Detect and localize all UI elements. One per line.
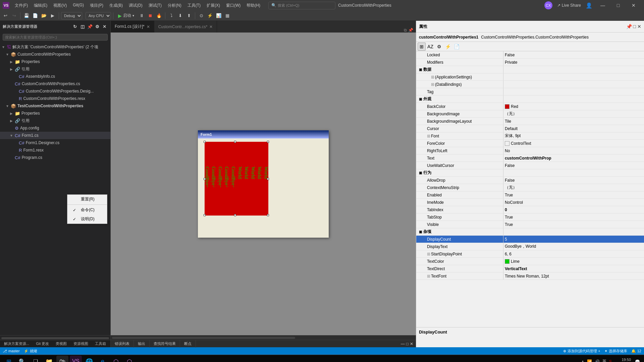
prop-row-allowdrop[interactable]: AllowDrop False (416, 177, 644, 184)
tree-item-solution[interactable]: ▼ 🏗 解决方案 'CustomControlWithProperties' (… (0, 43, 110, 51)
menu-help[interactable]: 帮助(H) (244, 1, 263, 10)
menu-window[interactable]: 窗口(W) (223, 1, 243, 10)
close-button[interactable]: ✕ (626, 0, 641, 11)
panel-minimize-icon[interactable]: — (401, 342, 405, 346)
tab-filter-icon[interactable]: ⧉ (404, 28, 407, 33)
tray-speaker-icon[interactable]: 🔊 (595, 359, 600, 362)
prop-row-displaycount[interactable]: DisplayCount 5 (416, 236, 644, 243)
sidebar-close-icon[interactable]: ✕ (102, 24, 108, 30)
panel-close-icon[interactable]: ✕ (410, 342, 413, 346)
prop-row-startdisplaypoint[interactable]: ⊞StartDisplayPoint 6, 6 (416, 250, 644, 258)
step-over-btn[interactable]: ⤵ (167, 12, 175, 20)
file-btn[interactable]: 📄 (31, 12, 39, 20)
tree-item-form1[interactable]: ▼ C# Form1.cs (0, 132, 110, 139)
prop-row-enabled[interactable]: Enabled True (416, 191, 644, 199)
hot-reload-btn[interactable]: 🔥 (155, 12, 163, 20)
tree-item-refs2[interactable]: ▶ 🔗 引用 (0, 117, 110, 124)
tray-up-icon[interactable]: ∧ (581, 359, 584, 362)
taskbar-purple1[interactable]: ⬡ (110, 356, 122, 362)
menu-test[interactable]: 测试(T) (146, 1, 164, 10)
cat-misc[interactable]: ▣杂项 (416, 228, 644, 236)
prop-row-contextmenu[interactable]: ContextMenuStrip （无） (416, 184, 644, 191)
props-category-btn[interactable]: ⊞ (418, 43, 426, 51)
run-btn[interactable]: ▶ (49, 12, 57, 20)
prop-row-databindings[interactable]: ⊞(DataBindings) (416, 81, 644, 88)
ctx-item-command[interactable]: ✓ 命令(C) (67, 205, 107, 215)
menu-edit[interactable]: 编辑(E) (31, 1, 50, 10)
prop-row-textdirect[interactable]: TextDirect VerticalText (416, 265, 644, 273)
tab-breakpoints[interactable]: 断点 (180, 340, 196, 348)
tab-close-form1[interactable]: ✕ (147, 24, 150, 29)
props-pages-btn[interactable]: 📄 (452, 43, 461, 51)
menu-view[interactable]: 视图(V) (51, 1, 69, 10)
prop-row-bgimage[interactable]: BackgroundImage （无） (416, 110, 644, 118)
props-props-btn[interactable]: ⚙ (435, 43, 443, 51)
restore-button[interactable]: □ (610, 0, 626, 11)
prop-row-usewaitcursor[interactable]: UseWaitCursor False (416, 162, 644, 169)
taskbar-taskview[interactable]: ❑ (30, 356, 42, 362)
sidebar-search-input[interactable] (3, 34, 108, 41)
sidebar-tab-toolbox[interactable]: 工具箱 (94, 341, 107, 347)
props-expand-icon[interactable]: □ (633, 24, 636, 29)
tab-errors[interactable]: 错误列表 (111, 340, 134, 348)
cpu-select[interactable]: Any CPU (86, 12, 111, 19)
undo-btn[interactable]: ↩ (1, 12, 9, 20)
prop-row-font[interactable]: ⊞Font 宋体, 9pt (416, 132, 644, 140)
menu-tools[interactable]: 工具(T) (185, 1, 203, 10)
prop-row-cursor[interactable]: Cursor Default (416, 125, 644, 132)
taskbar-chrome[interactable]: 🌐 (83, 356, 95, 362)
prop-row-tabstop[interactable]: TabStop True (416, 214, 644, 221)
perf-btn[interactable]: 📊 (215, 12, 223, 20)
cat-data[interactable]: ▣数据 (416, 66, 644, 73)
panel-maximize-icon[interactable]: □ (406, 342, 409, 346)
start-button[interactable]: ▶ 启动 ▾ (115, 12, 137, 19)
step-out-btn[interactable]: ⬆ (185, 12, 193, 20)
tree-item-props2[interactable]: ▶ 📁 Properties (0, 110, 110, 117)
prop-row-locked[interactable]: Locked False (416, 51, 644, 59)
tree-item-customctrl-designer[interactable]: C# CustomControlWithProperties.Desig... (0, 87, 110, 95)
tree-item-form1-designer[interactable]: C# Form1.Designer.cs (0, 139, 110, 146)
menu-analyze[interactable]: 分析(N) (165, 1, 184, 10)
save-all-btn[interactable]: 💾 (22, 12, 31, 20)
taskbar-store[interactable]: 🛍 (56, 356, 68, 362)
status-ready[interactable]: ⚡ 就绪 (24, 349, 37, 354)
prop-row-textfont[interactable]: ⊞TextFont Times New Roman, 12pt (416, 273, 644, 280)
sidebar-pin-icon[interactable]: 📌 (87, 24, 93, 30)
tree-item-form1-resx[interactable]: R Form1.resx (0, 146, 110, 154)
stop-btn[interactable]: ⏹ (146, 12, 154, 20)
props-alpha-btn[interactable]: AZ (426, 43, 434, 51)
menu-build[interactable]: 生成(B) (107, 1, 125, 10)
sidebar-tab-git[interactable]: Git 更改 (35, 341, 50, 347)
tab-close-customctrl[interactable]: ✕ (209, 24, 213, 29)
live-share-button[interactable]: ↗ Live Share (554, 2, 584, 9)
prop-row-displaytext[interactable]: DisplayText GoodBye，World (416, 243, 644, 250)
prop-row-tabindex[interactable]: TabIndex 0 (416, 206, 644, 214)
search-box[interactable]: 🔍 搜索 (Ctrl+Q) (268, 2, 335, 9)
tree-item-appconfig[interactable]: ⚙ App.config (0, 124, 110, 132)
tab-find-symbol[interactable]: 查找符号结果 (150, 340, 180, 348)
prop-row-righttoleft[interactable]: RightToLeft No (416, 147, 644, 155)
cat-appearance[interactable]: ▣外观 (416, 96, 644, 103)
tab-form1-design[interactable]: Form1.cs [设计]* ✕ (111, 21, 154, 33)
prop-row-backcolor[interactable]: BackColor Red (416, 103, 644, 110)
tree-item-customctrl[interactable]: C# CustomControlWithProperties.cs (0, 80, 110, 87)
pause-btn[interactable]: ⏸ (138, 12, 146, 20)
custom-control[interactable]: GoodBye， GoodBye， GoodBye， GoodBye， Good… (205, 142, 268, 216)
tab-customctrl[interactable]: CustomContr...roperties.cs* ✕ (154, 21, 217, 33)
prop-row-tag[interactable]: Tag (416, 88, 644, 96)
exception-btn[interactable]: ⚡ (206, 12, 214, 20)
status-branch[interactable]: ⎇ master (3, 349, 20, 353)
tray-antivirus-icon[interactable]: S (609, 359, 612, 362)
user-avatar[interactable]: CX (544, 1, 552, 9)
editor-scrollbar[interactable] (111, 335, 416, 340)
form-designer[interactable]: Form1 GoodBye， GoodBye， GoodBye， GoodBye… (198, 130, 329, 238)
props-events-btn[interactable]: ⚡ (444, 43, 452, 51)
status-notification[interactable]: 🔔 12 (631, 349, 641, 353)
redo-btn[interactable]: ↪ (10, 12, 18, 20)
sidebar-tab-class[interactable]: 类视图 (54, 341, 68, 347)
prop-row-text[interactable]: Text customControlWithProp (416, 155, 644, 162)
prop-row-bgimagelayout[interactable]: BackgroundImageLayout Tile (416, 118, 644, 125)
notification-center-icon[interactable]: 💬 (634, 359, 641, 362)
ctx-item-desc[interactable]: ✓ 说明(D) (67, 215, 107, 224)
sidebar-collapse-icon[interactable]: ◫ (79, 24, 86, 30)
